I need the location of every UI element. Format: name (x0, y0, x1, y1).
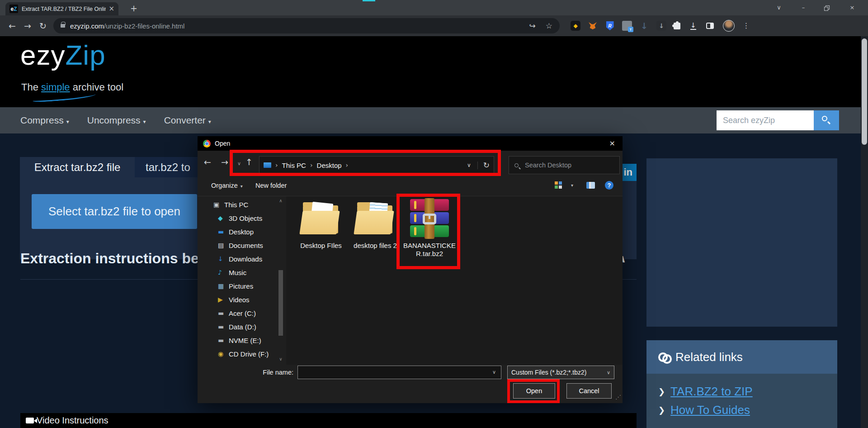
sidebar-item[interactable]: ◆ 3D Objects (198, 211, 277, 225)
site-favicon: eZ (9, 5, 18, 13)
sidebar-item-icon: ▤ (218, 242, 229, 248)
top-accent-dash (363, 0, 375, 1)
file-name-label: File name: (243, 369, 293, 376)
scroll-down-icon[interactable]: ∨ (278, 357, 284, 361)
chevron-down-icon: ▾ (208, 119, 211, 125)
reload-icon[interactable]: ↻ (35, 22, 51, 30)
thumbnail-view-icon[interactable] (555, 181, 562, 189)
sidebar-item-label: Desktop (229, 228, 254, 236)
gray-arrow-extension-icon[interactable]: ↓ (656, 21, 666, 31)
close-window-icon[interactable]: × (840, 0, 864, 15)
sidebar-item[interactable]: ▦ Pictures (198, 279, 277, 293)
sidebar-item-icon: ▣ (213, 201, 224, 208)
sidebar-scrollbar[interactable]: ∧ ∨ (278, 198, 284, 363)
file-type-select[interactable]: Custom Files (*.bz2;*.tbz2) ∨ (507, 366, 614, 379)
tab-search-icon[interactable]: ∨ (767, 0, 791, 15)
site-logo[interactable]: ezyZip (20, 39, 106, 71)
minimize-icon[interactable]: – (791, 0, 816, 15)
site-search-input[interactable] (717, 110, 814, 130)
dialog-back-icon[interactable]: ← (204, 158, 211, 166)
related-link[interactable]: How To Guides (670, 403, 750, 417)
chrome-icon (203, 140, 211, 147)
dialog-titlebar[interactable]: Open × (198, 136, 623, 151)
related-link[interactable]: TAR.BZ2 to ZIP (670, 385, 753, 399)
sidebar-item[interactable]: ▬ Desktop (198, 225, 277, 238)
bookmark-star-icon[interactable]: ☆ (546, 22, 552, 30)
video-instructions-panel: Video Instructions (20, 413, 637, 428)
view-options-caret-icon[interactable]: ▾ (571, 183, 573, 188)
select-file-button[interactable]: Select tar.bz2 file to open (32, 194, 197, 229)
cancel-button[interactable]: Cancel (566, 383, 612, 399)
browser-tabstrip: eZ Extract TAR.BZ2 / TBZ2 File Onlin × +… (0, 0, 868, 15)
chevron-down-icon: ∨ (607, 370, 610, 375)
file-name-input[interactable] (297, 366, 501, 379)
url-path: /unzip-bz2-files-online.html (104, 22, 184, 30)
tagline-underline (33, 94, 96, 103)
dialog-forward-icon[interactable]: → (221, 158, 228, 166)
profile-avatar[interactable] (723, 20, 735, 32)
metamask-extension-icon[interactable] (588, 21, 598, 31)
new-tab-button[interactable]: + (128, 2, 140, 14)
sidebar-item[interactable]: ▣ This PC (198, 198, 277, 211)
link-chain-icon (658, 352, 670, 361)
lock-icon[interactable] (61, 24, 65, 28)
nav-menu-item[interactable]: Uncompress▾ (87, 115, 146, 126)
dialog-search-input[interactable] (525, 162, 611, 169)
file-icon (299, 199, 343, 239)
bnb-extension-icon[interactable]: ◆ (571, 21, 580, 31)
highlight-bananasticker-file (396, 194, 460, 269)
tab-close-icon[interactable]: × (108, 5, 114, 12)
nav-menu-item[interactable]: Compress▾ (20, 115, 69, 126)
sidebar-item[interactable]: ▤ Documents (198, 238, 277, 252)
share-icon[interactable]: ↪ (529, 22, 536, 30)
browser-tab[interactable]: eZ Extract TAR.BZ2 / TBZ2 File Onlin × (5, 2, 118, 15)
back-icon[interactable]: ← (5, 22, 20, 30)
file-item[interactable]: desktop files 2 (349, 199, 401, 250)
site-search (717, 110, 839, 130)
browser-menu-icon[interactable]: ⋮ (743, 22, 750, 29)
sidebar-item[interactable]: ▶ Videos (198, 293, 277, 306)
extensions-row: ◆ R T ↓ ↓ (571, 21, 680, 31)
video-instructions-title: Video Instructions (37, 415, 108, 426)
file-name-dropdown-icon[interactable]: ∨ (492, 370, 496, 375)
details-view-icon[interactable] (586, 182, 595, 189)
url-domain: ezyzip.com (70, 22, 104, 30)
sidebar-item[interactable]: ▬ Acer (C:) (198, 306, 277, 320)
search-icon (822, 116, 827, 121)
server-extension-icon[interactable]: T (622, 21, 632, 31)
organize-button[interactable]: Organize▾ (211, 182, 243, 189)
side-panel-icon[interactable] (706, 23, 714, 29)
highlight-open-button (507, 379, 560, 403)
window-controls: ∨ – × (767, 0, 864, 15)
extensions-puzzle-icon[interactable] (674, 23, 680, 29)
sidebar-item[interactable]: ▬ Data (D:) (198, 320, 277, 333)
resize-grip[interactable]: ⋰ (615, 394, 621, 400)
sidebar-item-icon: ◆ (218, 215, 229, 221)
video-camera-icon (26, 418, 34, 423)
restore-icon[interactable] (816, 0, 840, 15)
down-arrow-extension-icon[interactable]: ↓ (639, 21, 649, 31)
file-item[interactable]: Desktop FIles (295, 199, 347, 250)
site-header: ezyZip The simple archive tool (0, 36, 868, 107)
chevron-right-icon: ❯ (658, 406, 665, 414)
tab-extract-tarbz2[interactable]: Extract tar.bz2 file (20, 157, 135, 177)
dialog-close-icon[interactable]: × (609, 140, 617, 147)
sidebar-item[interactable]: ▬ NVME (E:) (198, 333, 277, 347)
nav-menu-item[interactable]: Converter▾ (164, 115, 211, 126)
sidebar-scroll-thumb[interactable] (278, 270, 283, 336)
scrollbar-thumb[interactable] (862, 38, 867, 145)
address-bar[interactable]: ezyzip.com /unzip-bz2-files-online.html … (53, 18, 560, 33)
downloads-icon[interactable]: ↓ (690, 22, 696, 30)
site-search-button[interactable] (814, 110, 839, 130)
shield-extension-icon[interactable]: R (605, 21, 615, 31)
ad-placeholder (646, 158, 837, 327)
forward-icon[interactable]: → (20, 22, 35, 30)
sidebar-item[interactable]: ↓ Downloads (198, 252, 277, 266)
scroll-up-icon[interactable]: ∧ (278, 199, 284, 203)
sidebar-item[interactable]: ♪ Music (198, 266, 277, 279)
page-heading: Extraction instructions below (20, 250, 223, 267)
sidebar-item[interactable]: ◉ CD Drive (F:) (198, 347, 277, 361)
new-folder-button[interactable]: New folder (255, 182, 287, 189)
sidebar-item-icon: ◉ (218, 351, 229, 357)
help-icon[interactable]: ? (605, 181, 613, 190)
